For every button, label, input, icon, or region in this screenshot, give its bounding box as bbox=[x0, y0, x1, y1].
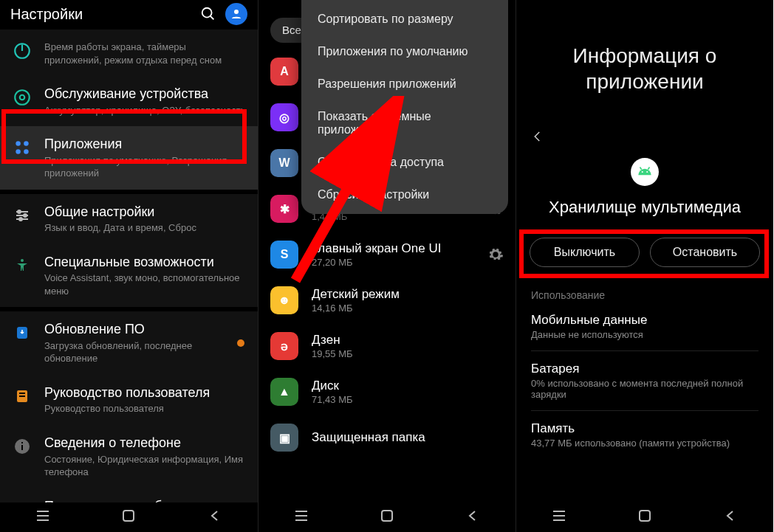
app-row[interactable]: ▲Диск71,43 МБ bbox=[258, 369, 516, 415]
settings-item-accessibility[interactable]: Специальные возможности Voice Assistant,… bbox=[0, 244, 258, 308]
nav-bar bbox=[258, 502, 516, 532]
stat-battery[interactable]: Батарея 0% использовано с момента послед… bbox=[516, 354, 773, 407]
app-name: Главный экран One UI bbox=[312, 241, 441, 256]
app-name: Защищенная папка bbox=[312, 430, 425, 445]
nav-recents[interactable] bbox=[552, 510, 566, 525]
overflow-menu: Сортировать по размеру Приложения по умо… bbox=[301, 0, 508, 214]
menu-item-default-apps[interactable]: Приложения по умолчанию bbox=[301, 35, 508, 68]
item-title: Обслуживание устройства bbox=[44, 86, 246, 103]
settings-item-apps[interactable]: Приложения Приложения по умолчанию, Разр… bbox=[0, 126, 258, 190]
svg-rect-33 bbox=[382, 511, 392, 521]
nav-recents[interactable] bbox=[294, 510, 309, 525]
nav-back[interactable] bbox=[723, 508, 738, 526]
software-update-icon bbox=[12, 322, 32, 343]
menu-item-special-access[interactable]: Особые права доступа bbox=[301, 146, 508, 179]
app-row[interactable]: әДзен19,55 МБ bbox=[258, 323, 516, 369]
settings-item-user-manual[interactable]: Руководство пользователя Руководство пол… bbox=[0, 375, 258, 425]
svg-line-1 bbox=[210, 16, 214, 20]
item-title: Сведения о телефоне bbox=[44, 435, 246, 452]
android-icon bbox=[631, 158, 659, 186]
app-row[interactable]: ▣Защищенная папка bbox=[258, 415, 516, 460]
app-icon: ◎ bbox=[270, 103, 298, 131]
settings-group-1: Время работы экрана, таймеры приложений,… bbox=[0, 30, 258, 190]
stat-sub: Данные не используются bbox=[531, 329, 758, 340]
app-size: 14,16 МБ bbox=[312, 303, 400, 314]
app-icon: А bbox=[270, 58, 298, 86]
nav-recents[interactable] bbox=[35, 510, 50, 525]
filter-label: Все bbox=[282, 24, 301, 36]
app-size: 71,43 МБ bbox=[312, 394, 353, 405]
disable-button[interactable]: Выключить bbox=[530, 238, 640, 267]
menu-item-show-system-apps[interactable]: Показать системные приложения bbox=[301, 100, 508, 146]
app-icon: ☻ bbox=[270, 286, 298, 314]
settings-item-about-phone[interactable]: Сведения о телефоне Состояние, Юридическ… bbox=[0, 425, 258, 488]
item-title: Общие настройки bbox=[44, 204, 246, 221]
nav-home[interactable] bbox=[637, 508, 652, 526]
nav-back[interactable] bbox=[208, 508, 222, 526]
app-name: Дзен bbox=[312, 333, 353, 348]
accessibility-icon bbox=[12, 255, 32, 276]
svg-point-34 bbox=[642, 171, 643, 173]
app-info-screen: Информация о приложении Хранилище мульти… bbox=[516, 0, 773, 532]
app-icon: ▣ bbox=[270, 424, 298, 452]
app-size: 27,20 МБ bbox=[312, 257, 441, 268]
app-row[interactable]: ☻Детский режим14,16 МБ bbox=[258, 277, 516, 323]
apps-icon bbox=[12, 137, 32, 158]
settings-item-software-update[interactable]: Обновление ПО Загрузка обновлений, после… bbox=[0, 311, 258, 375]
account-avatar[interactable] bbox=[225, 3, 247, 25]
stat-mobile-data[interactable]: Мобильные данные Данные не используются bbox=[516, 305, 773, 348]
force-stop-button[interactable]: Остановить bbox=[650, 238, 760, 267]
app-name: Хранилище мультимедиа bbox=[516, 186, 773, 229]
svg-point-6 bbox=[20, 95, 25, 100]
settings-item-device-care[interactable]: Обслуживание устройства Аккумулятор, хра… bbox=[0, 76, 258, 126]
stat-title: Батарея bbox=[531, 362, 758, 376]
svg-point-2 bbox=[234, 10, 239, 14]
menu-item-app-permissions[interactable]: Разрешения приложений bbox=[301, 68, 508, 100]
app-icon: ә bbox=[270, 332, 298, 360]
item-sub: Язык и ввод, Дата и время, Сброс bbox=[44, 221, 246, 235]
menu-item-reset-settings[interactable]: Сбросить настройки bbox=[301, 179, 508, 211]
svg-point-0 bbox=[202, 8, 212, 18]
app-icon: ▲ bbox=[270, 378, 298, 406]
item-sub: Voice Assistant, звук моно, вспомогатель… bbox=[44, 272, 246, 297]
svg-rect-41 bbox=[640, 511, 650, 521]
item-sub: Загрузка обновлений, последнее обновлени… bbox=[44, 339, 246, 365]
apps-screen: Все ▾ АА◎WВКонтакте167 МБ✱Галерея1,47 МБ… bbox=[258, 0, 516, 532]
svg-point-5 bbox=[15, 90, 30, 105]
svg-point-9 bbox=[16, 149, 20, 154]
settings-item-digital-wellbeing[interactable]: Время работы экрана, таймеры приложений,… bbox=[0, 30, 258, 76]
stat-sub: 43,77 МБ использовано (памяти устройства… bbox=[531, 438, 758, 449]
nav-back[interactable] bbox=[465, 508, 480, 526]
settings-item-general[interactable]: Общие настройки Язык и ввод, Дата и врем… bbox=[0, 194, 258, 244]
nav-bar bbox=[0, 502, 258, 532]
back-button[interactable] bbox=[516, 124, 773, 148]
gear-icon[interactable] bbox=[487, 246, 504, 263]
stat-storage[interactable]: Память 43,77 МБ использовано (памяти уст… bbox=[516, 414, 773, 456]
device-care-icon bbox=[12, 87, 32, 108]
header: Настройки bbox=[0, 0, 258, 30]
svg-rect-24 bbox=[21, 442, 23, 443]
menu-item-sort-by-size[interactable]: Сортировать по размеру bbox=[301, 3, 508, 35]
svg-rect-28 bbox=[123, 511, 134, 521]
stat-sub: 0% использовано с момента последней полн… bbox=[531, 378, 758, 400]
svg-rect-21 bbox=[19, 395, 25, 397]
stat-title: Память bbox=[531, 421, 758, 436]
svg-point-8 bbox=[24, 141, 28, 146]
nav-home[interactable] bbox=[121, 508, 136, 526]
nav-home[interactable] bbox=[380, 508, 394, 526]
item-title: Специальные возможности bbox=[44, 254, 246, 271]
search-icon[interactable] bbox=[200, 6, 216, 22]
svg-point-7 bbox=[16, 141, 20, 146]
app-row[interactable]: SГлавный экран One UI27,20 МБ bbox=[258, 232, 516, 277]
settings-group-3: Обновление ПО Загрузка обновлений, после… bbox=[0, 311, 258, 532]
svg-point-35 bbox=[646, 171, 648, 173]
svg-point-16 bbox=[19, 218, 22, 221]
usage-section-label: Использование bbox=[516, 276, 773, 305]
svg-line-37 bbox=[648, 167, 649, 170]
page-title: Настройки bbox=[10, 6, 200, 23]
svg-point-10 bbox=[24, 149, 28, 154]
page-title: Информация о приложении bbox=[516, 0, 773, 124]
app-name: Диск bbox=[312, 379, 353, 393]
power-icon bbox=[12, 41, 32, 61]
item-title: Обновление ПО bbox=[44, 321, 246, 338]
